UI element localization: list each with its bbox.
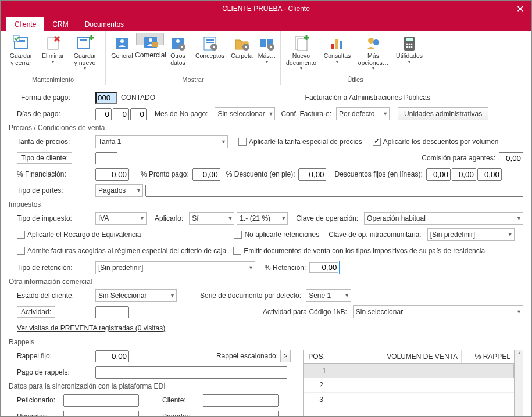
dias-pago-2[interactable]: [113, 108, 129, 120]
users-icon: [365, 34, 382, 52]
chk-tarifa-especial-label: Aplicarle la tarifa especial de precios: [249, 138, 362, 146]
tipo-cliente-input[interactable]: [95, 152, 117, 164]
rappel-fijo-input[interactable]: [95, 350, 129, 362]
conf-factura-select[interactable]: Por defecto▼: [336, 107, 390, 120]
pagador-input[interactable]: [203, 411, 279, 417]
descuento-pie-input[interactable]: [298, 168, 326, 181]
actividad-input[interactable]: [95, 306, 129, 318]
unidades-administrativas-button[interactable]: Unidades administrativas: [398, 107, 488, 120]
save-close-icon: [12, 34, 30, 52]
btn-utilidades[interactable]: Utilidades ▾: [391, 33, 427, 75]
th-volumen[interactable]: VOLUMEN DE VENTA: [329, 350, 462, 363]
svg-point-31: [368, 38, 374, 44]
group-label: Mantenimiento: [3, 75, 103, 85]
comision-input[interactable]: [499, 152, 523, 164]
forma-pago-button[interactable]: Forma de pago:: [17, 92, 74, 103]
chevron-down-icon: ▾: [408, 60, 410, 65]
estado-cliente-select[interactable]: Sin Seleccionar▼: [95, 289, 177, 302]
comision-label: Comisión para agentes:: [422, 154, 495, 162]
chevron-down-icon: ▼: [516, 309, 522, 315]
financiacion-input[interactable]: [95, 168, 129, 181]
btn-eliminar[interactable]: Eliminar ▾: [39, 33, 67, 75]
actividad-1kb-select[interactable]: Sin seleccionar▼: [353, 305, 523, 318]
tipo-cliente-button[interactable]: Tipo de cliente:: [17, 152, 72, 164]
rappel-escalonado-button[interactable]: >: [280, 350, 291, 362]
tab-cliente[interactable]: Cliente: [6, 17, 44, 31]
btn-otros-datos[interactable]: Otros datos: [164, 33, 192, 75]
desc-fijo-3[interactable]: [477, 168, 502, 181]
chk-criterio-caja[interactable]: [17, 247, 25, 255]
actividad-1kb-label: Actividad para Código 1kB:: [263, 308, 347, 316]
btn-mas-opciones[interactable]: Más opciones… ▾: [355, 33, 391, 75]
chk-no-retenciones-label: No aplicarle retenciones: [244, 231, 319, 239]
label: Más opciones…: [358, 53, 389, 66]
label: Otros datos: [170, 53, 185, 66]
cliente-edi-input[interactable]: [203, 394, 279, 407]
pago-rappels-input[interactable]: [95, 366, 287, 379]
table-row[interactable]: 1: [304, 364, 514, 378]
btn-consultas[interactable]: Consultas ▾: [319, 33, 355, 75]
receptor-label: Receptor:: [11, 412, 63, 416]
chk-tarifa-especial[interactable]: [238, 138, 247, 146]
chevron-down-icon: ▼: [221, 139, 226, 145]
clave-intracom-select[interactable]: [Sin predefinir]▼: [427, 228, 515, 241]
peticionario-input[interactable]: [63, 394, 139, 407]
svg-point-21: [245, 46, 247, 48]
forma-pago-code[interactable]: [95, 92, 117, 104]
btn-mas-mostrar[interactable]: Más… ▾: [256, 33, 278, 75]
aplicarlo-select[interactable]: Sí▼: [189, 212, 234, 225]
btn-conceptos[interactable]: Conceptos: [192, 33, 228, 75]
chk-desc-volumen[interactable]: [373, 138, 381, 146]
btn-guardar-nuevo[interactable]: Guardar y nuevo ▾: [67, 33, 103, 75]
serie-doc-select[interactable]: Serie 1▼: [306, 289, 351, 302]
ribbon-group-utiles: Nuevo documento ▾ Consultas ▾ Más opcion…: [281, 31, 430, 85]
pct-retencion-input[interactable]: [309, 262, 338, 273]
desc-fijo-2[interactable]: [452, 168, 476, 181]
tipo-impuesto-select[interactable]: IVA▼: [95, 212, 147, 225]
th-rappel[interactable]: % RAPPEL: [462, 350, 514, 363]
group-label: Mostrar: [108, 75, 278, 85]
svg-point-40: [411, 46, 413, 48]
btn-nuevo-documento[interactable]: Nuevo documento ▾: [283, 33, 319, 75]
th-pos[interactable]: POS.: [304, 350, 329, 363]
financiacion-label: % Financiación:: [11, 170, 95, 178]
close-icon: ✕: [516, 3, 524, 15]
tipo-portes-select[interactable]: Pagados▼: [95, 184, 143, 197]
receptor-input[interactable]: [63, 411, 139, 417]
pronto-pago-input[interactable]: [192, 168, 220, 181]
chk-no-retenciones[interactable]: [234, 231, 242, 239]
chk-desc-volumen-label: Aplicarle los descuentos por volumen: [383, 138, 499, 146]
chk-emitir-docs[interactable]: [233, 247, 241, 255]
otros-datos-icon: [169, 34, 187, 52]
tab-documentos[interactable]: Documentos: [77, 17, 132, 31]
btn-comercial[interactable]: Comercial: [136, 33, 164, 45]
scrollbar[interactable]: ▴: [515, 350, 523, 416]
aplicarlo-rate-select[interactable]: 1.- (21 %)▼: [237, 212, 288, 225]
btn-guardar-cerrar[interactable]: Guardar y cerrar: [3, 33, 39, 75]
aplicarlo-label: Aplicarlo:: [155, 214, 183, 222]
clave-op-select[interactable]: Operación habitual▼: [364, 212, 523, 225]
svg-point-12: [176, 39, 180, 43]
chk-recargo[interactable]: [17, 231, 25, 239]
tipo-retencion-select[interactable]: [Sin predefinir]▼: [95, 261, 255, 274]
dias-pago-1[interactable]: [95, 108, 112, 120]
svg-point-9: [149, 38, 152, 42]
fact-adm-pub-label: Facturación a Administraciones Públicas: [305, 94, 430, 102]
btn-general[interactable]: General: [108, 33, 136, 75]
desc-fijo-1[interactable]: [426, 168, 451, 181]
table-row[interactable]: 2: [304, 378, 514, 393]
tarifa-label: Tarifa de precios:: [11, 138, 95, 146]
tarifa-select[interactable]: Tarifa 1▼: [95, 135, 228, 148]
portes-extra-input[interactable]: [145, 185, 523, 197]
tab-crm[interactable]: CRM: [44, 17, 76, 31]
tipo-retencion-label: Tipo de retención:: [11, 264, 95, 272]
actividad-button[interactable]: Actividad:: [17, 306, 55, 318]
dias-pago-3[interactable]: [130, 108, 147, 120]
mes-no-pago-select[interactable]: Sin seleccionar▼: [215, 107, 275, 120]
chevron-down-icon: ▼: [227, 215, 233, 221]
table-row[interactable]: 3: [304, 393, 514, 407]
ver-visitas-link[interactable]: Ver visitas de PREVENTA registradas (0 v…: [11, 324, 165, 332]
btn-carpeta[interactable]: Carpeta: [228, 33, 256, 75]
close-button[interactable]: ✕: [508, 1, 531, 17]
chevron-down-icon: ▼: [268, 111, 273, 117]
